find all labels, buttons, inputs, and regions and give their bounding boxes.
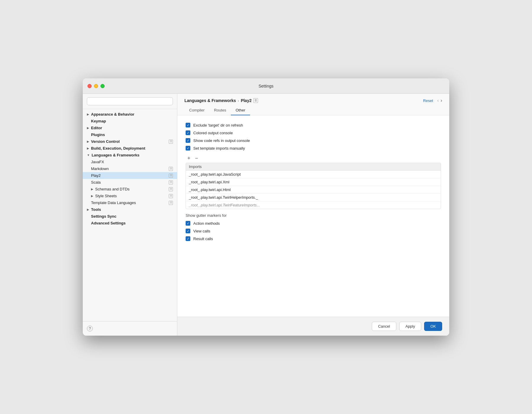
breadcrumb-parent: Languages & Frameworks	[184, 98, 236, 103]
breadcrumb: Languages & Frameworks › Play2 ☰	[184, 98, 258, 103]
forward-button[interactable]: ›	[441, 98, 442, 103]
checkbox-result-calls[interactable]: ✓	[186, 236, 190, 241]
module-icon: ☰	[169, 194, 173, 198]
minimize-button[interactable]	[94, 84, 98, 88]
breadcrumb-icon: ☰	[253, 98, 258, 103]
checkmark-icon: ✓	[187, 139, 189, 142]
imports-toolbar: + −	[186, 155, 441, 161]
maximize-button[interactable]	[100, 84, 105, 88]
sidebar-item-label: Plugins	[91, 132, 173, 137]
sidebar-item-label: Keymap	[91, 119, 173, 123]
chevron-icon: ▶	[87, 140, 89, 143]
imports-table: Imports _root_.play.twirl.api.JavaScript…	[186, 163, 441, 209]
sidebar-item-label: Style Sheets	[95, 194, 167, 198]
checkbox-label-action-methods: Action methods	[193, 221, 220, 226]
sidebar-item-javafx[interactable]: JavaFX	[83, 159, 177, 165]
checkbox-row-view-calls: ✓ View calls	[186, 227, 441, 235]
chevron-icon: ▶	[87, 208, 89, 211]
tabs: Compiler Routes Other	[184, 106, 442, 115]
sidebar-item-plugins[interactable]: ▶ Plugins	[83, 131, 177, 138]
checkbox-row-exclude-target: ✓ Exclude 'target' dir on refresh	[186, 121, 441, 129]
footer: Cancel Apply OK	[177, 317, 449, 336]
checkbox-colored-output[interactable]: ✓	[186, 130, 190, 135]
checkbox-row-action-methods: ✓ Action methods	[186, 219, 441, 227]
search-wrap: 🔍	[87, 97, 173, 105]
tab-other[interactable]: Other	[231, 106, 250, 115]
breadcrumb-child: Play2	[241, 98, 252, 103]
help-button[interactable]: ?	[87, 326, 93, 331]
sidebar-item-languages[interactable]: ▼ Languages & Frameworks	[83, 152, 177, 159]
sidebar-item-label: Template Data Languages	[91, 200, 167, 205]
back-button[interactable]: ‹	[437, 98, 439, 103]
checkbox-label-colored-output: Colored output console	[193, 131, 233, 135]
sidebar-item-markdown[interactable]: Markdown ☰	[83, 165, 177, 172]
apply-button[interactable]: Apply	[399, 322, 421, 331]
reset-button[interactable]: Reset	[423, 98, 433, 103]
checkbox-label-show-code-refs: Show code refs in output console	[193, 138, 250, 143]
sidebar-item-label: Schemas and DTDs	[95, 187, 167, 191]
sidebar-item-build[interactable]: ▶ Build, Execution, Deployment	[83, 145, 177, 152]
window-title: Settings	[259, 84, 274, 88]
chevron-icon: ▶	[87, 113, 89, 116]
checkbox-row-colored-output: ✓ Colored output console	[186, 129, 441, 137]
search-input[interactable]	[87, 97, 173, 105]
bottom-bar: ?	[83, 321, 177, 336]
header-right: Reset ‹ ›	[423, 98, 442, 103]
module-icon: ☰	[169, 167, 173, 171]
chevron-icon: ▼	[87, 153, 90, 157]
checkbox-set-template-imports[interactable]: ✓	[186, 146, 190, 151]
table-row[interactable]: _root_.play.twirl.api.Xml	[186, 178, 441, 186]
tab-routes[interactable]: Routes	[209, 106, 231, 115]
checkbox-label-set-template-imports: Set template imports manually	[193, 146, 245, 151]
breadcrumb-row: Languages & Frameworks › Play2 ☰ Reset ‹…	[184, 98, 442, 103]
checkmark-icon: ✓	[187, 222, 189, 225]
sidebar-item-label: Build, Execution, Deployment	[91, 146, 173, 151]
sidebar-item-label: Scala	[91, 180, 167, 185]
titlebar: Settings	[83, 78, 449, 94]
gutter-section-label: Show gutter markers for	[186, 213, 441, 218]
sidebar-item-tools[interactable]: ▶ Tools	[83, 206, 177, 213]
tab-compiler[interactable]: Compiler	[184, 106, 209, 115]
table-row[interactable]: _root_.play.twirl.api.TwirlFeatureImport…	[186, 201, 441, 209]
checkmark-icon: ✓	[187, 229, 189, 233]
sidebar-item-label: Markdown	[91, 166, 167, 171]
nav-list: ▶ Appearance & Behavior ▶ Keymap ▶ Edito…	[83, 109, 177, 321]
checkbox-view-calls[interactable]: ✓	[186, 229, 190, 233]
sidebar-item-scala[interactable]: Scala ☰	[83, 179, 177, 186]
sidebar-item-keymap[interactable]: ▶ Keymap	[83, 118, 177, 124]
add-import-button[interactable]: +	[186, 155, 192, 161]
table-row[interactable]: _root_.play.twirl.api.TwirlHelperImports…	[186, 194, 441, 201]
sidebar-item-stylesheets[interactable]: ▶ Style Sheets ☰	[83, 193, 177, 199]
table-row[interactable]: _root_.play.twirl.api.Html	[186, 186, 441, 194]
sidebar-item-template-data[interactable]: Template Data Languages ☰	[83, 199, 177, 206]
sidebar-item-appearance[interactable]: ▶ Appearance & Behavior	[83, 111, 177, 118]
sidebar-item-version-control[interactable]: ▶ Version Control ☰	[83, 138, 177, 145]
settings-window: Settings 🔍 ▶ Appearance & Behavior ▶ Key…	[83, 78, 449, 336]
search-bar: 🔍	[83, 94, 177, 109]
chevron-icon: ▶	[91, 187, 93, 191]
checkbox-label-view-calls: View calls	[193, 229, 210, 233]
sidebar-item-label: Tools	[91, 207, 173, 212]
close-button[interactable]	[87, 84, 92, 88]
sidebar-item-editor[interactable]: ▶ Editor	[83, 124, 177, 131]
module-icon: ☰	[169, 187, 173, 191]
sidebar-item-schemas[interactable]: ▶ Schemas and DTDs ☰	[83, 186, 177, 193]
ok-button[interactable]: OK	[424, 322, 442, 331]
sidebar: 🔍 ▶ Appearance & Behavior ▶ Keymap ▶ Edi…	[83, 94, 177, 336]
checkbox-row-show-code-refs: ✓ Show code refs in output console	[186, 137, 441, 144]
checkbox-row-set-template-imports: ✓ Set template imports manually	[186, 144, 441, 152]
sidebar-item-advanced[interactable]: ▶ Advanced Settings	[83, 220, 177, 227]
table-row[interactable]: _root_.play.twirl.api.JavaScript	[186, 171, 441, 178]
checkbox-show-code-refs[interactable]: ✓	[186, 138, 190, 143]
module-icon: ☰	[169, 174, 173, 178]
nav-arrows: ‹ ›	[437, 98, 442, 103]
checkbox-action-methods[interactable]: ✓	[186, 221, 190, 226]
main-body: ✓ Exclude 'target' dir on refresh ✓ Colo…	[177, 115, 449, 317]
sidebar-item-settings-sync[interactable]: ▶ Settings Sync	[83, 213, 177, 220]
cancel-button[interactable]: Cancel	[372, 322, 396, 331]
remove-import-button[interactable]: −	[193, 155, 200, 161]
traffic-lights	[87, 84, 105, 88]
sidebar-item-play2[interactable]: Play2 ☰	[83, 172, 177, 179]
checkbox-exclude-target[interactable]: ✓	[186, 123, 190, 127]
checkbox-row-result-calls: ✓ Result calls	[186, 235, 441, 242]
